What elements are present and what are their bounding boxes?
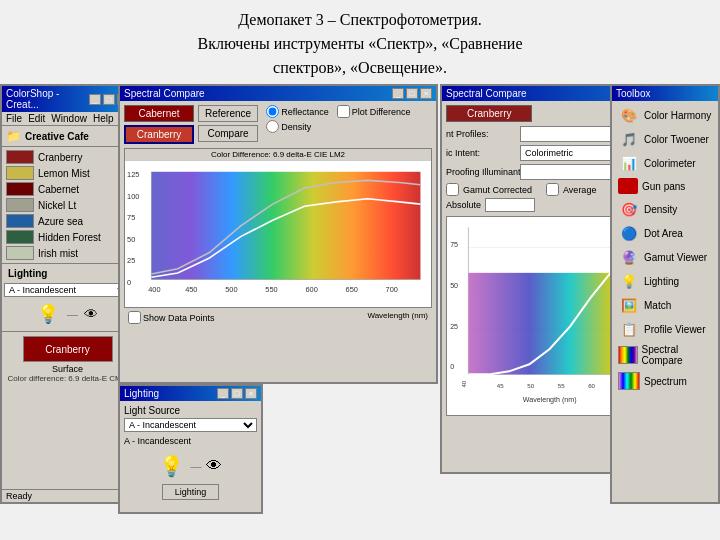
spectral-chart: Color Difference: 6.9 delta-E CIE LM2 xyxy=(124,148,432,308)
swatch-item[interactable]: Cabernet xyxy=(4,181,131,197)
lighting-apply-button[interactable]: Lighting xyxy=(162,484,220,500)
spectral-compare-titlebar: Spectral Compare _ □ × xyxy=(120,86,436,101)
menu-file[interactable]: File xyxy=(6,113,22,124)
cranberry-swatch-big: Cranberry xyxy=(23,336,113,362)
lighting-section-label: Lighting xyxy=(4,266,131,281)
tool-profile-viewer[interactable]: 📋 Profile Viewer xyxy=(614,317,716,341)
density-radio[interactable] xyxy=(266,120,279,133)
reference-button[interactable]: Reference xyxy=(198,105,258,122)
lighting-type-dropdown[interactable]: A - Incandescent xyxy=(124,418,257,432)
colorimeter-icon: 📊 xyxy=(618,154,640,172)
lighting-type-select[interactable]: A - Incandescent xyxy=(4,283,131,297)
spectral-minimize[interactable]: _ xyxy=(392,88,404,99)
compare-button[interactable]: Compare xyxy=(198,125,258,142)
tool-match[interactable]: 🖼️ Match xyxy=(614,293,716,317)
tool-colorimeter[interactable]: 📊 Colorimeter xyxy=(614,151,716,175)
svg-text:45: 45 xyxy=(497,382,504,389)
tool-gunpans[interactable]: Gun pans xyxy=(614,175,716,197)
menu-edit[interactable]: Edit xyxy=(28,113,45,124)
density-icon: 🎯 xyxy=(618,200,640,218)
lighting-window: Lighting _ □ × Light Source A - Incandes… xyxy=(118,384,263,514)
header-section: Демопакет 3 – Спектрофотометрия. Включен… xyxy=(0,0,720,84)
lighting-content: Light Source A - Incandescent A - Incand… xyxy=(120,401,261,504)
show-data-points-label[interactable]: Show Data Points xyxy=(128,311,215,324)
creative-cafe-label: 📁 Creative Cafe xyxy=(2,126,133,147)
svg-text:50: 50 xyxy=(450,282,458,290)
swatch-item[interactable]: Irish mist xyxy=(4,245,131,261)
svg-text:650: 650 xyxy=(346,285,358,294)
gamut-corrected-checkbox[interactable] xyxy=(446,183,459,196)
average-checkbox[interactable] xyxy=(546,183,559,196)
lighting-titlebar: Lighting _ □ × xyxy=(120,386,261,401)
color-display-panel: Cranberry Surface Color difference: 6.9 … xyxy=(2,331,133,387)
wavelength-axis-label: Wavelength (nm) xyxy=(367,311,428,324)
chart-title: Color Difference: 6.9 delta-E CIE LM2 xyxy=(125,149,431,161)
color-twoener-icon: 🎵 xyxy=(618,130,640,148)
svg-text:55: 55 xyxy=(558,382,565,389)
spectral-chart-svg: 125 100 75 50 25 0 400 450 xyxy=(125,161,431,301)
tool-color-twoener[interactable]: 🎵 Color Twoener xyxy=(614,127,716,151)
absolute-input[interactable] xyxy=(485,198,535,212)
big-cranberry-button[interactable]: Cranberry xyxy=(446,105,532,122)
lighting-btn-row: Lighting xyxy=(124,484,257,500)
svg-text:60: 60 xyxy=(588,382,595,389)
diff-label: Color difference: 6.9 delta-E CMC xyxy=(6,374,129,383)
spectral-close[interactable]: × xyxy=(420,88,432,99)
svg-text:100: 100 xyxy=(127,192,139,201)
menu-help[interactable]: Help xyxy=(93,113,114,124)
maximize-button[interactable]: □ xyxy=(103,94,115,105)
reflectance-radio[interactable] xyxy=(266,105,279,118)
match-icon: 🖼️ xyxy=(618,296,640,314)
swatch-item[interactable]: Nickel Lt xyxy=(4,197,131,213)
tool-color-harmony[interactable]: 🎨 Color Harmony xyxy=(614,103,716,127)
swatch-item[interactable]: Cranberry xyxy=(4,149,131,165)
svg-text:75: 75 xyxy=(450,241,458,249)
folder-icon: 📁 xyxy=(6,129,21,143)
svg-text:400: 400 xyxy=(148,285,160,294)
lighting-maximize[interactable]: □ xyxy=(231,388,243,399)
reflectance-radio-label[interactable]: Reflectance xyxy=(266,105,329,118)
lighting-bulb-icon: 💡 xyxy=(159,454,184,478)
svg-text:50: 50 xyxy=(527,382,534,389)
lighting-type2-label: A - Incandescent xyxy=(124,436,257,446)
rendering-intent-label: ic Intent: xyxy=(446,148,516,158)
cranberry-button[interactable]: Cranberry xyxy=(124,125,194,144)
spectral-maximize[interactable]: □ xyxy=(406,88,418,99)
plot-diff-checkbox[interactable] xyxy=(337,105,350,118)
swatch-item[interactable]: Hidden Forest xyxy=(4,229,131,245)
header-line1: Демопакет 3 – Спектрофотометрия. xyxy=(10,8,710,32)
svg-text:50: 50 xyxy=(127,235,135,244)
svg-text:25: 25 xyxy=(127,256,135,265)
status-bar: Ready xyxy=(2,489,133,502)
menu-window[interactable]: Window xyxy=(51,113,87,124)
swatch-list: CranberryLemon MistCabernetNickel LtAzur… xyxy=(2,147,133,263)
tool-spectrum[interactable]: Spectrum xyxy=(614,369,716,393)
svg-text:700: 700 xyxy=(386,285,398,294)
show-data-points-checkbox[interactable] xyxy=(128,311,141,324)
spectral-compare-icon xyxy=(618,346,638,364)
colorshop-menu: File Edit Window Help xyxy=(2,112,133,126)
nt-profiles-label: nt Profiles: xyxy=(446,129,516,139)
tool-gamut-viewer[interactable]: 🔮 Gamut Viewer xyxy=(614,245,716,269)
density-radio-label[interactable]: Density xyxy=(266,120,329,133)
lighting-eye-icon: 👁 xyxy=(206,457,222,475)
tool-density[interactable]: 🎯 Density xyxy=(614,197,716,221)
cabernet-button[interactable]: Cabernet xyxy=(124,105,194,122)
swatch-item[interactable]: Lemon Mist xyxy=(4,165,131,181)
profile-viewer-icon: 📋 xyxy=(618,320,640,338)
lighting-dash: - - - - xyxy=(190,460,200,472)
spectral-content: Cabernet Cranberry Reference Compare Ref… xyxy=(120,101,436,329)
tool-spectral-compare[interactable]: Spectral Compare xyxy=(614,341,716,369)
svg-rect-6 xyxy=(151,172,420,280)
lighting-minimize[interactable]: _ xyxy=(217,388,229,399)
swatch-item[interactable]: Azure sea xyxy=(4,213,131,229)
minimize-button[interactable]: _ xyxy=(89,94,101,105)
svg-text:550: 550 xyxy=(265,285,277,294)
tool-dot-area[interactable]: 🔵 Dot Area xyxy=(614,221,716,245)
lighting-close[interactable]: × xyxy=(245,388,257,399)
toolbox-panel: Toolbox 🎨 Color Harmony 🎵 Color Twoener … xyxy=(610,84,720,504)
colorshop-title: ColorShop - Creat... xyxy=(6,88,89,110)
spectral-left-col: Cabernet Cranberry xyxy=(124,105,194,144)
tool-lighting[interactable]: 💡 Lighting xyxy=(614,269,716,293)
toolbox-titlebar: Toolbox xyxy=(612,86,718,101)
